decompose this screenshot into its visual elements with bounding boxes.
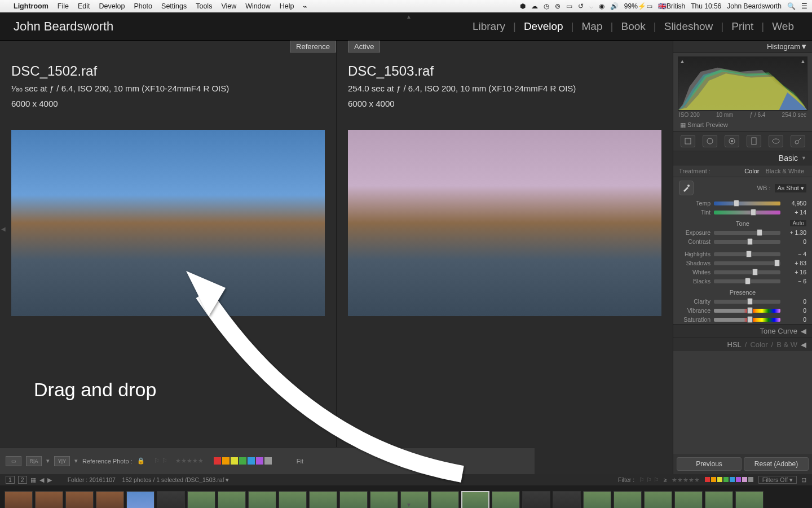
color-swatch[interactable] <box>222 457 230 465</box>
filter-rating-op[interactable]: ≥ <box>664 476 667 483</box>
slider-highlights[interactable]: Highlights − 4 <box>673 249 812 259</box>
tone-curve-header[interactable]: Tone Curve ◀ <box>673 324 812 338</box>
filter-swatch[interactable] <box>723 477 729 482</box>
filmstrip-thumb[interactable] <box>96 491 124 508</box>
filmstrip-thumb[interactable] <box>644 491 672 508</box>
menu-develop[interactable]: Develop <box>99 2 125 10</box>
filter-flag-icons[interactable]: ⚐ ⚐ ⚐ <box>639 476 659 483</box>
alarm-icon[interactable]: ◷ <box>544 2 549 10</box>
filters-off-dropdown[interactable]: Filters Off ▾ <box>758 476 797 484</box>
filmstrip-thumb[interactable] <box>553 491 581 508</box>
second-monitor-1[interactable]: 1 <box>6 476 15 484</box>
basic-panel-header[interactable]: Basic ▼ <box>673 151 812 165</box>
lock-icon[interactable]: 🔒 <box>137 457 145 465</box>
dropbox-icon[interactable]: ⬢ <box>520 2 526 10</box>
module-web[interactable]: Web <box>767 20 798 33</box>
treatment-bw[interactable]: Black & White <box>764 168 806 174</box>
filmstrip-thumb[interactable] <box>400 491 429 508</box>
wifi-icon[interactable]: ◉ <box>599 2 604 10</box>
volume-icon[interactable]: 🔊 <box>610 2 619 10</box>
filmstrip-thumb[interactable] <box>370 491 398 508</box>
slider-whites[interactable]: Whites + 16 <box>673 268 812 277</box>
filmstrip-thumb[interactable] <box>187 491 215 508</box>
filter-swatch[interactable] <box>711 477 716 482</box>
previous-button[interactable]: Previous <box>677 457 742 471</box>
filmstrip-thumb[interactable] <box>126 491 155 508</box>
flag-reject-icon[interactable]: ⚐ <box>162 457 167 465</box>
filmstrip-thumb[interactable] <box>65 491 94 508</box>
slider-vibrance[interactable]: Vibrance 0 <box>673 306 812 315</box>
bottom-panel-toggle[interactable]: ▼ <box>406 502 412 508</box>
battery-status[interactable]: 99% ⚡▭ <box>624 2 652 10</box>
crop-tool-icon[interactable] <box>681 135 695 147</box>
display-icon[interactable]: ▭ <box>566 2 572 10</box>
menu-photo[interactable]: Photo <box>134 2 152 10</box>
flag-pick-icon[interactable]: ⚐ <box>154 457 160 465</box>
shadow-clip-icon[interactable]: ▲ <box>679 58 685 64</box>
user-name[interactable]: John Beardsworth <box>727 2 782 10</box>
menu-edit[interactable]: Edit <box>78 2 90 10</box>
filmstrip-thumb[interactable] <box>461 491 489 508</box>
clock[interactable]: Thu 10:56 <box>691 2 721 10</box>
filmstrip-thumb[interactable] <box>248 491 276 508</box>
yy-dropdown[interactable]: ▾ <box>74 457 78 465</box>
menu-file[interactable]: File <box>58 2 69 10</box>
cloud-icon[interactable]: ☁ <box>531 2 538 10</box>
top-panel-toggle[interactable]: ▲ <box>406 14 412 20</box>
color-swatch[interactable] <box>264 457 272 465</box>
radial-tool-icon[interactable] <box>769 135 783 147</box>
script-icon[interactable]: ⌁ <box>303 2 307 11</box>
module-library[interactable]: Library <box>468 20 510 33</box>
rating-stars[interactable]: ★★★★★ <box>175 457 204 465</box>
filmstrip-thumb[interactable] <box>583 491 611 508</box>
histogram[interactable]: ▲ ▲ <box>678 56 807 111</box>
filmstrip-thumb[interactable] <box>522 491 550 508</box>
filter-color-swatches[interactable] <box>704 476 754 483</box>
menu-icon[interactable]: ☰ <box>801 2 807 10</box>
filter-swatch[interactable] <box>742 477 747 482</box>
yy-view-button[interactable]: Y|Y <box>54 456 70 466</box>
loupe-view-button[interactable]: ▭ <box>6 456 21 466</box>
filmstrip-thumb[interactable] <box>218 491 246 508</box>
filmstrip-thumb[interactable] <box>35 491 63 508</box>
highlight-clip-icon[interactable]: ▲ <box>800 58 806 64</box>
menu-help[interactable]: Help <box>280 2 294 10</box>
gradient-tool-icon[interactable] <box>747 135 761 147</box>
cc-icon[interactable]: ⊚ <box>555 2 561 10</box>
menu-tools[interactable]: Tools <box>196 2 212 10</box>
grid-icon[interactable]: ▦ <box>30 476 36 483</box>
filter-swatch[interactable] <box>705 477 710 482</box>
menu-view[interactable]: View <box>221 2 236 10</box>
wb-preset-dropdown[interactable]: As Shot ▾ <box>775 184 806 192</box>
filmstrip-thumb[interactable] <box>705 491 733 508</box>
slider-saturation[interactable]: Saturation 0 <box>673 315 812 324</box>
slider-clarity[interactable]: Clarity 0 <box>673 297 812 306</box>
filmstrip-thumb[interactable] <box>614 491 642 508</box>
second-monitor-2[interactable]: 2 <box>18 476 27 484</box>
bluetooth-icon[interactable]: ⌵ <box>589 2 593 10</box>
slider-contrast[interactable]: Contrast 0 <box>673 237 812 246</box>
slider-shadows[interactable]: Shadows + 83 <box>673 259 812 268</box>
treatment-color[interactable]: Color <box>742 168 761 174</box>
zoom-fit-label[interactable]: Fit <box>297 458 303 465</box>
module-slideshow[interactable]: Slideshow <box>660 20 718 33</box>
filmstrip-thumb[interactable] <box>339 491 368 508</box>
color-swatch[interactable] <box>248 457 255 465</box>
module-develop[interactable]: Develop <box>519 20 568 33</box>
slider-tint[interactable]: Tint + 14 <box>673 208 812 217</box>
folder-path[interactable]: Folder : 20161107 152 photos / 1 selecte… <box>68 476 230 483</box>
wb-eyedropper-icon[interactable] <box>679 181 694 195</box>
ra-view-button[interactable]: R|A <box>26 456 42 466</box>
menu-window[interactable]: Window <box>245 2 270 10</box>
slider-temp[interactable]: Temp 4,950 <box>673 199 812 208</box>
reset-button[interactable]: Reset (Adobe) <box>744 457 809 471</box>
spotlight-icon[interactable]: 🔍 <box>787 2 796 10</box>
filter-swatch[interactable] <box>748 477 753 482</box>
spot-tool-icon[interactable] <box>703 135 717 147</box>
module-book[interactable]: Book <box>616 20 650 33</box>
menu-app-name[interactable]: Lightroom <box>14 2 48 10</box>
timemachine-icon[interactable]: ↺ <box>578 2 584 10</box>
color-label-swatches[interactable] <box>214 457 272 465</box>
filter-stars[interactable]: ★★★★★ <box>672 476 700 483</box>
slider-blacks[interactable]: Blacks − 6 <box>673 277 812 286</box>
